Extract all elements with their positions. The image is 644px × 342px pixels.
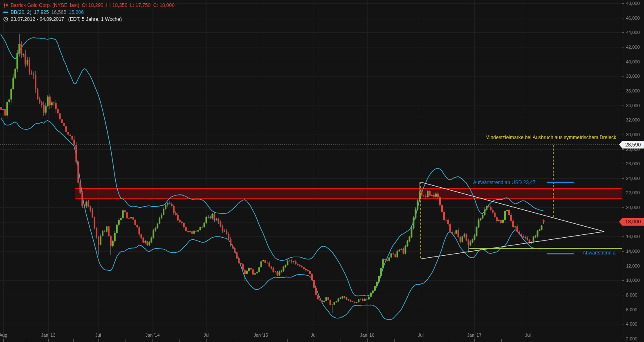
y-axis-label: 4,000	[626, 322, 637, 326]
x-axis-label: Jan '15	[254, 333, 268, 338]
y-axis-label: 10,000	[626, 278, 640, 283]
legend-series-row[interactable]: Barrick Gold Corp. (NYSE, last) O: 18,29…	[2, 2, 177, 9]
y-axis-label: 32,000	[626, 117, 640, 122]
x-axis-label: Jul	[418, 333, 424, 338]
chart-window: Barrick Gold Corp. (NYSE, last) O: 18,29…	[0, 0, 644, 342]
y-axis-label: 34,000	[626, 103, 640, 108]
y-axis-label: 12,000	[626, 263, 640, 268]
y-axis-label: 6,000	[626, 307, 637, 312]
downtrend-label[interactable]: Abwärtstrend a	[583, 250, 616, 256]
y-axis-label: 36,000	[626, 88, 640, 93]
x-axis-label: Jul	[311, 333, 316, 338]
y-axis-label: 24,000	[626, 176, 640, 181]
y-axis-label: 22,000	[626, 190, 640, 195]
x-axis-label: Aug	[0, 333, 7, 338]
series-name: Barrick Gold Corp. (NYSE, last)	[11, 2, 79, 8]
date-range-text: 23.07.2012 - 04.09.2017 (EDT, 5 Jahre, 1…	[11, 16, 122, 22]
x-axis-label: Jan '14	[145, 333, 159, 338]
y-axis-label: 14,000	[626, 249, 640, 254]
y-axis-label: 30,000	[626, 132, 640, 137]
y-axis-label: 16,000	[626, 234, 640, 239]
clock-icon	[3, 17, 8, 22]
y-axis-label: 20,000	[626, 205, 640, 210]
y-axis-label: 44,000	[626, 30, 640, 35]
bb-lower-value: 15,206	[69, 9, 84, 15]
uptrend-label[interactable]: Aufwärtstrend ab USD 23,47	[473, 180, 536, 185]
candlestick-series-icon	[3, 3, 8, 8]
target-label[interactable]: Mindestzielmarke bei Ausbruch aus symmet…	[485, 135, 616, 140]
y-axis-label: 40,000	[626, 59, 640, 64]
x-axis-label: Jul	[95, 333, 101, 338]
series-ohlc-values: O: 18,290 H: 18,350 L: 17,750 C: 18,000	[82, 2, 175, 8]
x-axis-label: Jul	[525, 333, 531, 338]
y-axis-label: 48,000	[626, 1, 640, 6]
last-price-tag: 18,000	[619, 218, 644, 226]
bb-middle-value: 16,565	[51, 9, 66, 15]
y-axis-label: 38,000	[626, 74, 640, 79]
x-axis-label: Jan '16	[360, 333, 374, 338]
legend-range-row[interactable]: 23.07.2012 - 04.09.2017 (EDT, 5 Jahre, 1…	[2, 16, 124, 22]
y-axis-label: 46,000	[626, 16, 640, 20]
bb-indicator-icon	[3, 11, 8, 14]
chart-canvas[interactable]	[0, 0, 644, 342]
x-axis-label: Jan '13	[41, 333, 55, 338]
bb-label: BB(20, 2)	[11, 9, 31, 15]
y-axis-label: 2,000	[626, 336, 637, 341]
y-axis-label: 42,000	[626, 45, 640, 50]
x-axis-label: Jul	[204, 333, 209, 338]
bb-upper-value: 17,925	[34, 9, 49, 15]
y-axis-label: 8,000	[626, 292, 637, 297]
x-axis-label: Jan '17	[467, 333, 481, 338]
y-axis-label: 26,000	[626, 161, 640, 166]
target-price-tag: 28,590	[619, 141, 644, 148]
legend-bb-row[interactable]: BB(20, 2) 17,925 16,565 15,206	[2, 9, 86, 16]
